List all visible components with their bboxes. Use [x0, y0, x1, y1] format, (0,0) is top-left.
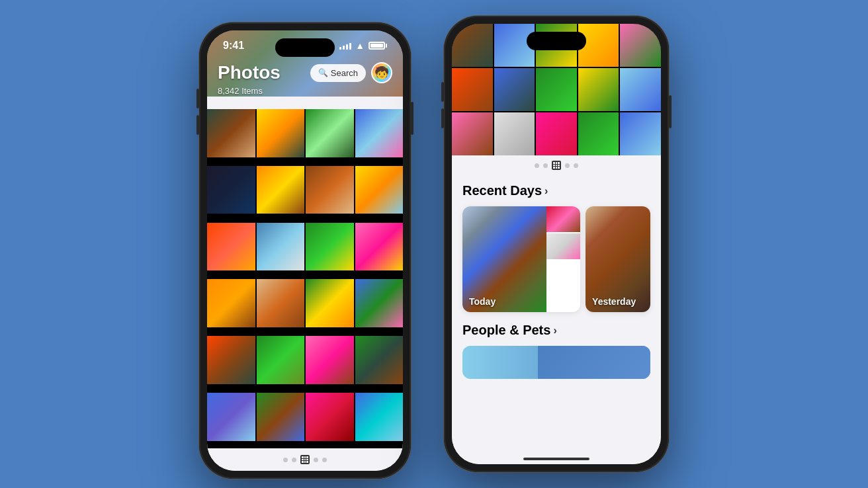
home-content: Recent Days › [452, 175, 661, 454]
right-photo-cell[interactable] [620, 112, 661, 155]
today-card[interactable]: Today [462, 206, 580, 312]
today-side-photo-2 [546, 233, 580, 259]
right-page-dot-1[interactable] [535, 163, 539, 168]
page-dot-4[interactable] [314, 458, 318, 462]
grid-cell [304, 459, 306, 461]
people-pets-section-header[interactable]: People & Pets › [462, 323, 650, 338]
photo-cell[interactable] [257, 166, 305, 214]
volume-up-button-right[interactable] [441, 82, 444, 102]
right-photo-cell[interactable] [578, 68, 619, 111]
photo-cell[interactable] [257, 279, 305, 327]
signal-bar-1 [339, 47, 341, 50]
photo-cell[interactable] [257, 336, 305, 384]
battery-fill [370, 44, 383, 48]
volume-up-button[interactable] [196, 89, 199, 108]
photo-cell[interactable] [306, 336, 354, 384]
photo-cell[interactable] [306, 109, 354, 157]
grid-cell [556, 165, 558, 167]
grid-cell [558, 165, 560, 167]
signal-icon [339, 42, 351, 50]
grid-cell [553, 165, 555, 167]
right-photo-cell[interactable] [536, 68, 577, 111]
photo-cell[interactable] [257, 223, 305, 271]
photo-cell[interactable] [207, 336, 255, 384]
page-dot-grid-active[interactable] [300, 455, 310, 464]
page-dot-5[interactable] [322, 458, 327, 462]
battery-icon [369, 42, 387, 50]
grid-cell [306, 459, 308, 461]
yesterday-card[interactable]: Yesterday [586, 206, 650, 312]
right-page-dot-2[interactable] [543, 163, 548, 168]
avatar-emoji: 🧒 [374, 65, 389, 80]
right-photo-cell[interactable] [620, 24, 661, 67]
photo-cell[interactable] [355, 109, 404, 157]
grid-cell [302, 456, 304, 458]
right-page-dot-4[interactable] [565, 163, 570, 168]
left-iphone: 9:41 ▲ [199, 22, 411, 479]
photo-cell[interactable] [355, 393, 404, 441]
battery-tip [386, 44, 387, 48]
grid-cell [553, 167, 555, 169]
right-photo-cell[interactable] [578, 112, 619, 155]
power-button[interactable] [411, 102, 413, 135]
volume-down-button-right[interactable] [441, 108, 444, 128]
photo-cell[interactable] [207, 109, 255, 157]
right-photo-cell[interactable] [494, 68, 535, 111]
right-photo-cell[interactable] [494, 112, 535, 155]
today-side-photo-1 [546, 206, 580, 232]
photos-title: Photos [218, 62, 281, 83]
page-dot-1[interactable] [283, 458, 288, 462]
today-side-photos [546, 206, 580, 259]
photo-cell[interactable] [306, 279, 354, 327]
search-button[interactable]: 🔍 Search [310, 64, 366, 82]
photo-cell[interactable] [207, 279, 255, 327]
photo-cell[interactable] [207, 223, 255, 271]
signal-bar-3 [346, 44, 348, 50]
photo-cell[interactable] [355, 223, 404, 271]
recent-days-section-header[interactable]: Recent Days › [462, 183, 650, 198]
right-photo-cell[interactable] [452, 68, 493, 111]
photo-cell[interactable] [207, 393, 255, 441]
right-screen: Recent Days › [452, 24, 661, 464]
right-page-dot-grid-active[interactable] [552, 161, 561, 170]
photo-cell[interactable] [306, 223, 354, 271]
photo-cell[interactable] [306, 393, 354, 441]
right-photo-cell[interactable] [620, 68, 661, 111]
yesterday-label: Yesterday [592, 296, 636, 307]
grid-cell [302, 461, 304, 463]
right-iphone: Recent Days › [444, 16, 669, 472]
grid-cell [306, 456, 308, 458]
page-dot-2[interactable] [292, 458, 296, 462]
avatar[interactable]: 🧒 [371, 62, 392, 83]
signal-bar-2 [343, 46, 345, 50]
grid-cell [558, 167, 560, 169]
right-photo-cell[interactable] [452, 24, 493, 67]
photo-cell[interactable] [207, 166, 255, 214]
photo-cell[interactable] [355, 279, 404, 327]
photos-screen: 9:41 ▲ [207, 30, 403, 471]
photo-grid [207, 109, 403, 448]
right-photo-cell[interactable] [536, 112, 577, 155]
right-photo-cell[interactable] [452, 112, 493, 155]
recent-days-title: Recent Days [462, 183, 542, 198]
people-pets-preview[interactable] [462, 346, 650, 379]
photo-cell[interactable] [355, 336, 404, 384]
grid-cell [556, 162, 558, 164]
left-screen: 9:41 ▲ [207, 30, 403, 471]
volume-down-button[interactable] [196, 115, 199, 135]
photo-cell[interactable] [257, 393, 305, 441]
home-indicator [452, 454, 661, 464]
people-pets-chevron: › [553, 325, 556, 337]
photos-title-row: Photos 🔍 Search 🧒 [218, 62, 392, 83]
photo-cell[interactable] [257, 109, 305, 157]
recent-days-chevron: › [544, 185, 548, 197]
today-label: Today [469, 296, 496, 307]
status-time: 9:41 [223, 40, 244, 52]
search-icon: 🔍 [318, 68, 328, 77]
photos-subtitle: 8,342 Items [218, 86, 392, 96]
photo-cell[interactable] [306, 166, 354, 214]
power-button-right[interactable] [669, 95, 672, 128]
right-page-dot-5[interactable] [574, 163, 578, 168]
photo-cell[interactable] [355, 166, 404, 214]
grid-cell [558, 162, 560, 164]
